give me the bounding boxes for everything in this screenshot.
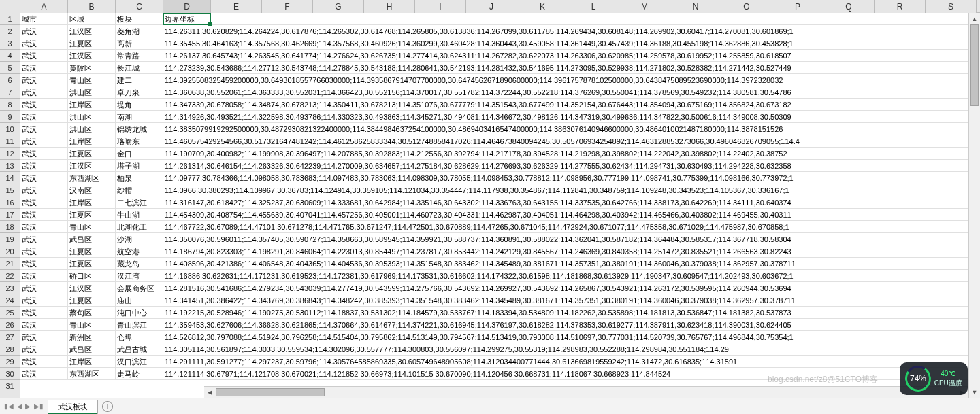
cell-C25[interactable]: 沌口中心 [116, 307, 163, 319]
row-header-6[interactable]: 6 [0, 74, 20, 86]
cell-B20[interactable]: 江夏区 [68, 245, 116, 258]
col-header-J[interactable]: J [466, 0, 517, 13]
row-header-9[interactable]: 9 [0, 111, 20, 123]
cell-A28[interactable]: 武汉 [20, 343, 68, 356]
cell-D14[interactable]: 114.09777,30.784366;114.098058,30.783683… [163, 172, 980, 184]
cell-D13[interactable]: 114.261314,30.646154;114.263326,30.64223… [163, 160, 980, 172]
cell-A23[interactable]: 武汉 [20, 282, 68, 294]
col-header-N[interactable]: N [670, 0, 721, 13]
cell-D25[interactable]: 114.192215,30.528946;114.190275,30.53011… [163, 307, 980, 319]
cell-D12[interactable]: 114.190709,30.400982;114.199908,30.39649… [163, 148, 980, 160]
cell-D18[interactable]: 114.467722,30.67089;114.47101,30.671278;… [163, 221, 980, 233]
cell-B5[interactable]: 黄陂区 [68, 62, 116, 74]
cell-A19[interactable]: 武汉 [20, 233, 68, 245]
cell-B14[interactable]: 东西湖区 [68, 172, 116, 184]
cell-B9[interactable]: 洪山区 [68, 111, 116, 123]
cell-A8[interactable]: 武汉 [20, 99, 68, 111]
row-header-27[interactable]: 27 [0, 331, 20, 343]
cell-C19[interactable]: 沙湖 [116, 233, 163, 245]
cell-A1[interactable]: 城市 [20, 13, 68, 25]
select-all-corner[interactable] [0, 0, 20, 13]
cell-C17[interactable]: 牛山湖 [116, 209, 163, 221]
cell-A27[interactable]: 武汉 [20, 331, 68, 343]
cell-C14[interactable]: 柏泉 [116, 172, 163, 184]
cell-D21[interactable]: 114.408596,30.421386;114.406548,30.40436… [163, 258, 980, 270]
row-header-25[interactable]: 25 [0, 307, 20, 319]
row-header-16[interactable]: 16 [0, 196, 20, 209]
col-header-L[interactable]: L [568, 0, 619, 13]
cell-B24[interactable]: 江夏区 [68, 294, 116, 307]
cell-D22[interactable]: 114.16886,30.622631;114.171231,30.619523… [163, 270, 980, 282]
cell-A12[interactable]: 武汉 [20, 148, 68, 160]
row-header-23[interactable]: 23 [0, 282, 20, 294]
row-header-3[interactable]: 3 [0, 37, 20, 50]
cell-D20[interactable]: 114.186794,30.823303;114.198291,30.84606… [163, 245, 980, 258]
cell-C12[interactable]: 金口 [116, 148, 163, 160]
row-header-7[interactable]: 7 [0, 86, 20, 99]
row-header-2[interactable]: 2 [0, 25, 20, 37]
row-header-21[interactable]: 21 [0, 258, 20, 270]
cell-D29[interactable]: 114.291111,30.591277;114.297237,30.59796… [163, 356, 980, 368]
cell-B12[interactable]: 江夏区 [68, 148, 116, 160]
cell-A3[interactable]: 武汉 [20, 37, 68, 50]
col-header-C[interactable]: C [116, 0, 163, 13]
sheet-tab-active[interactable]: 武汉板块 [48, 400, 98, 415]
cell-C23[interactable]: 会展商务区 [116, 282, 163, 294]
cell-C16[interactable]: 二七滨江 [116, 196, 163, 209]
col-header-O[interactable]: O [721, 0, 772, 13]
cell-A29[interactable]: 武汉 [20, 356, 68, 368]
cell-C7[interactable]: 卓刀泉 [116, 86, 163, 99]
cell-B2[interactable]: 江汉区 [68, 25, 116, 37]
cell-D23[interactable]: 114.281516,30.541686;114.279234,30.54303… [163, 282, 980, 294]
col-header-D[interactable]: D [163, 0, 211, 13]
cell-A20[interactable]: 武汉 [20, 245, 68, 258]
tab-first-icon[interactable]: ▮◀ [4, 402, 14, 410]
cell-D5[interactable]: 114.273239,30.543686;114.27712,30.543748… [163, 62, 980, 74]
cell-C26[interactable]: 青山滨江 [116, 319, 163, 331]
row-header-18[interactable]: 18 [0, 221, 20, 233]
cell-B4[interactable]: 江汉区 [68, 50, 116, 62]
cell-A13[interactable]: 武汉 [20, 160, 68, 172]
cell-D2[interactable]: 114.26311,30.620829;114.264224,30.617876… [163, 25, 980, 37]
col-header-B[interactable]: B [68, 0, 116, 13]
col-header-G[interactable]: G [313, 0, 364, 13]
cell-D15[interactable]: 114.0966,30.380293;114.109967,30.36783;1… [163, 184, 980, 196]
cell-A14[interactable]: 武汉 [20, 172, 68, 184]
cell-B8[interactable]: 江岸区 [68, 99, 116, 111]
cell-D28[interactable]: 114.305114,30.561897;114.3033,30.559534;… [163, 343, 980, 356]
cell-B21[interactable]: 江夏区 [68, 258, 116, 270]
cell-C3[interactable]: 高新 [116, 37, 163, 50]
row-header-14[interactable]: 14 [0, 172, 20, 184]
cell-C30[interactable]: 走马岭 [116, 368, 163, 380]
cell-B10[interactable]: 洪山区 [68, 123, 116, 135]
cell-C15[interactable]: 纱帽 [116, 184, 163, 196]
cell-D17[interactable]: 114.454309,30.408754;114.455639,30.40704… [163, 209, 980, 221]
cell-C4[interactable]: 常青路 [116, 50, 163, 62]
cell-C28[interactable]: 武昌古城 [116, 343, 163, 356]
cell-D19[interactable]: 114.350076,30.596011;114.357405,30.59072… [163, 233, 980, 245]
cell-C10[interactable]: 锦绣龙城 [116, 123, 163, 135]
col-header-H[interactable]: H [364, 0, 415, 13]
row-header-4[interactable]: 4 [0, 50, 20, 62]
cell-C1[interactable]: 板块 [116, 13, 163, 25]
cell-C27[interactable]: 仓埠 [116, 331, 163, 343]
cell-B27[interactable]: 新洲区 [68, 331, 116, 343]
cell-B1[interactable]: 区域 [68, 13, 116, 25]
cell-B25[interactable]: 蔡甸区 [68, 307, 116, 319]
scroll-left-icon[interactable]: ◀ [204, 387, 216, 398]
cell-A30[interactable]: 武汉 [20, 368, 68, 380]
row-header-1[interactable]: 1 [0, 13, 20, 25]
col-header-F[interactable]: F [262, 0, 313, 13]
row-header-11[interactable]: 11 [0, 135, 20, 148]
cell-D7[interactable]: 114.360638,30.552061;114.363333,30.55203… [163, 86, 980, 99]
cell-A4[interactable]: 武汉 [20, 50, 68, 62]
cell-B3[interactable]: 江夏区 [68, 37, 116, 50]
cell-B26[interactable]: 青山区 [68, 319, 116, 331]
vscroll-track[interactable] [969, 24, 980, 386]
row-header-17[interactable]: 17 [0, 209, 20, 221]
cell-A24[interactable]: 武汉 [20, 294, 68, 307]
cell-A5[interactable]: 武汉 [20, 62, 68, 74]
cell-A6[interactable]: 武汉 [20, 74, 68, 86]
cell-D8[interactable]: 114.347339,30.678058;114.34874,30.678213… [163, 99, 980, 111]
cell-B30[interactable]: 东西湖区 [68, 368, 116, 380]
